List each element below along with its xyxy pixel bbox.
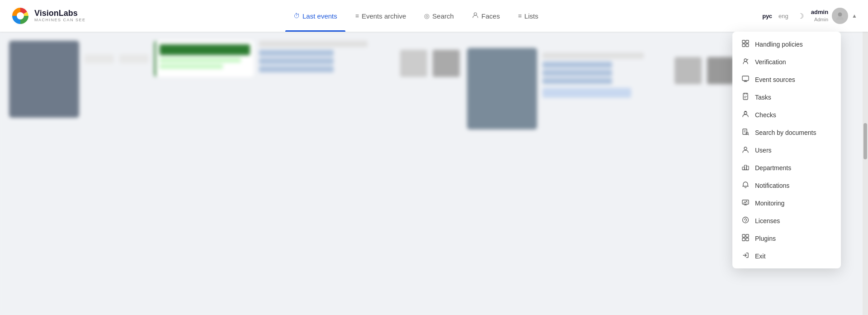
svg-rect-24 xyxy=(746,238,749,241)
notifications-label: Notifications xyxy=(755,182,832,189)
svg-rect-21 xyxy=(742,234,745,237)
svg-point-2 xyxy=(474,13,476,15)
nav-search-label: Search xyxy=(432,12,454,20)
lang-ru[interactable]: рус xyxy=(760,12,774,20)
licenses-label: Licenses xyxy=(755,217,832,224)
clock-icon: ⏱ xyxy=(293,12,300,19)
dropdown-item-plugins[interactable]: Plugins xyxy=(732,229,841,247)
user-menu-button[interactable]: admin Admin ▲ xyxy=(811,8,857,24)
dropdown-item-search-by-documents[interactable]: Search by documents xyxy=(732,124,841,141)
tasks-label: Tasks xyxy=(755,94,832,101)
nav-events-archive[interactable]: ≡ Events archive xyxy=(347,9,415,24)
scrollbar-thumb[interactable] xyxy=(863,123,867,159)
departments-icon xyxy=(741,163,750,172)
lang-switcher: рус eng xyxy=(760,12,790,20)
event-sources-icon xyxy=(741,75,750,84)
dropdown-item-event-sources[interactable]: Event sources xyxy=(732,71,841,88)
exit-label: Exit xyxy=(755,253,832,260)
navbar-right: рус eng ☽ admin Admin ▲ xyxy=(760,8,857,24)
dropdown-item-verification[interactable]: Verification xyxy=(732,53,841,71)
search-by-documents-icon xyxy=(741,128,750,137)
dropdown-item-tasks[interactable]: Tasks xyxy=(732,88,841,106)
chevron-up-icon: ▲ xyxy=(852,13,857,19)
departments-label: Departments xyxy=(755,164,832,172)
nav-lists[interactable]: ≡ Lists xyxy=(510,9,547,24)
nav-faces-label: Faces xyxy=(481,12,500,20)
logo-icon xyxy=(11,6,30,25)
svg-point-8 xyxy=(744,59,747,62)
nav-last-events[interactable]: ⏱ Last events xyxy=(285,9,345,24)
svg-point-15 xyxy=(744,147,747,150)
nav-events-archive-label: Events archive xyxy=(362,12,406,20)
lists-icon: ≡ xyxy=(518,12,522,19)
dropdown-item-notifications[interactable]: Notifications xyxy=(732,177,841,194)
search-icon: ◎ xyxy=(424,12,429,19)
logo-title: VisionLabs xyxy=(34,9,86,18)
verification-label: Verification xyxy=(755,58,832,66)
user-name: admin xyxy=(811,9,828,16)
dropdown-item-monitoring[interactable]: Monitoring xyxy=(732,194,841,212)
svg-point-3 xyxy=(838,13,842,17)
svg-point-20 xyxy=(743,217,749,223)
logo-subtitle: MACHINES CAN SEE xyxy=(34,18,86,23)
dropdown-item-licenses[interactable]: Licenses xyxy=(732,212,841,229)
dropdown-item-exit[interactable]: Exit xyxy=(732,247,841,265)
plugins-icon xyxy=(741,234,750,243)
handling-policies-label: Handling policies xyxy=(755,41,832,48)
svg-rect-22 xyxy=(746,234,749,237)
navbar: VisionLabs MACHINES CAN SEE ⏱ Last event… xyxy=(0,0,868,32)
dropdown-item-users[interactable]: Users xyxy=(732,141,841,159)
event-sources-label: Event sources xyxy=(755,76,832,83)
svg-point-1 xyxy=(17,12,24,19)
svg-rect-4 xyxy=(742,40,745,43)
checks-label: Checks xyxy=(755,111,832,119)
list-icon: ≡ xyxy=(355,12,359,19)
svg-rect-9 xyxy=(742,76,749,81)
user-dropdown-menu: Handling policies Verification Event sou… xyxy=(732,32,841,268)
svg-rect-7 xyxy=(746,44,749,47)
verification-icon xyxy=(741,57,750,66)
dropdown-item-handling-policies[interactable]: Handling policies xyxy=(732,35,841,53)
scrollbar[interactable] xyxy=(863,32,868,315)
nav-search[interactable]: ◎ Search xyxy=(416,9,462,24)
lang-en[interactable]: eng xyxy=(777,12,790,20)
plugins-label: Plugins xyxy=(755,235,832,242)
monitoring-icon xyxy=(741,199,750,207)
exit-icon xyxy=(741,252,750,260)
svg-rect-5 xyxy=(746,40,749,43)
users-icon xyxy=(741,146,750,154)
user-role: Admin xyxy=(811,16,828,23)
svg-rect-6 xyxy=(742,44,745,47)
faces-icon xyxy=(472,12,479,20)
logo[interactable]: VisionLabs MACHINES CAN SEE xyxy=(11,6,86,25)
search-by-documents-label: Search by documents xyxy=(755,129,832,136)
notifications-icon xyxy=(741,181,750,190)
svg-rect-19 xyxy=(742,200,749,204)
nav-last-events-label: Last events xyxy=(302,12,337,20)
logo-text: VisionLabs MACHINES CAN SEE xyxy=(34,9,86,23)
user-info: admin Admin xyxy=(811,9,828,23)
users-label: Users xyxy=(755,147,832,154)
nav-faces[interactable]: Faces xyxy=(464,8,508,24)
nav-lists-label: Lists xyxy=(524,12,538,20)
checks-icon xyxy=(741,110,750,119)
theme-toggle-button[interactable]: ☽ xyxy=(797,12,804,20)
handling-policies-icon xyxy=(741,40,750,48)
avatar xyxy=(832,8,848,24)
monitoring-label: Monitoring xyxy=(755,200,832,207)
tasks-icon xyxy=(741,93,750,101)
licenses-icon xyxy=(741,216,750,225)
dropdown-item-checks[interactable]: Checks xyxy=(732,106,841,124)
dropdown-item-departments[interactable]: Departments xyxy=(732,159,841,177)
main-nav: ⏱ Last events ≡ Events archive ◎ Search … xyxy=(285,8,547,24)
svg-rect-23 xyxy=(742,238,745,241)
